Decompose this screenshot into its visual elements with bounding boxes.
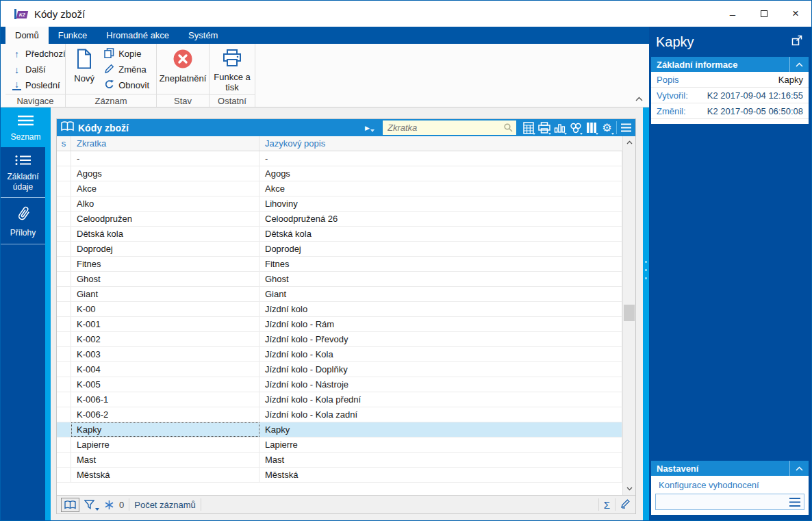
columns-button[interactable] bbox=[583, 120, 599, 136]
table-row[interactable]: K-005 Jízdní kolo - Nástroje bbox=[57, 377, 622, 392]
table-row[interactable]: Akce Akce bbox=[57, 181, 622, 196]
open-in-window-button[interactable] bbox=[791, 35, 802, 49]
maximize-icon bbox=[761, 10, 767, 17]
table-row[interactable]: Fitnes Fitnes bbox=[57, 257, 622, 272]
table-row[interactable]: K-006-1 Jízdní kolo - Kola přední bbox=[57, 392, 622, 407]
column-header-jazykovy-popis[interactable]: Jazykový popis bbox=[259, 136, 622, 151]
sidebar-item-label: Základní údaje bbox=[2, 172, 44, 192]
row-status-cell bbox=[57, 242, 71, 256]
copy-button[interactable]: Kopie bbox=[100, 46, 153, 62]
table-row[interactable]: Lapierre Lapierre bbox=[57, 437, 622, 453]
field-value[interactable]: K2 2017-09-04 12:16:55 bbox=[707, 90, 803, 101]
vertical-scrollbar[interactable] bbox=[622, 136, 635, 495]
ribbon-collapse-button[interactable] bbox=[635, 92, 643, 104]
table-row[interactable]: K-002 Jízdní kolo - Převody bbox=[57, 332, 622, 347]
minimize-button[interactable]: – bbox=[717, 1, 748, 27]
record-count-label[interactable]: Počet záznamů bbox=[134, 500, 196, 510]
table-row[interactable]: K-004 Jízdní kolo - Doplňky bbox=[57, 362, 622, 377]
row-status-cell bbox=[57, 196, 71, 211]
grid-menu-button[interactable] bbox=[618, 120, 634, 136]
config-menu-button[interactable] bbox=[789, 497, 801, 510]
special-filter-indicator[interactable] bbox=[104, 500, 114, 510]
row-zkratka-cell: Giant bbox=[71, 287, 259, 301]
collapse-section-button[interactable] bbox=[789, 461, 809, 476]
printer-icon bbox=[538, 122, 550, 134]
table-row[interactable]: K-001 Jízdní kolo - Rám bbox=[57, 317, 622, 332]
print-button[interactable] bbox=[536, 120, 552, 136]
filter-button[interactable] bbox=[84, 500, 99, 510]
settings-button[interactable]: ⚙ bbox=[599, 120, 615, 136]
table-row[interactable]: Giant Giant bbox=[57, 287, 622, 302]
sidebar-item-prilohy[interactable]: Přílohy bbox=[1, 198, 45, 244]
sidebar-item-seznam[interactable]: Seznam bbox=[1, 107, 51, 147]
row-popis-cell: Dětská kola bbox=[259, 227, 622, 241]
field-value[interactable]: Kapky bbox=[778, 75, 803, 85]
title-bar: K2 Kódy zboží – × bbox=[1, 1, 811, 27]
row-popis-cell: Městská bbox=[259, 468, 622, 482]
ribbon-tab-4[interactable]: Systém bbox=[179, 27, 227, 44]
book-view-toggle[interactable] bbox=[61, 498, 79, 512]
table-row[interactable]: Městská Městská bbox=[57, 468, 622, 483]
functions-print-button[interactable]: Funkce a tisk bbox=[208, 45, 256, 94]
menu-icon bbox=[17, 115, 34, 128]
config-input[interactable] bbox=[656, 494, 804, 509]
scrollbar-thumb[interactable] bbox=[624, 305, 635, 321]
row-popis-cell: - bbox=[259, 151, 622, 166]
table-row[interactable]: Kapky Kapky bbox=[57, 422, 622, 437]
table-row[interactable]: Mast Mast bbox=[57, 453, 622, 468]
table-row[interactable]: Celoodpružen Celoodpružená 26 bbox=[57, 212, 622, 227]
next-button[interactable]: ↓ Další bbox=[8, 62, 70, 77]
run-query-button[interactable]: ▶ bbox=[361, 123, 379, 133]
row-popis-cell: Doprodej bbox=[259, 242, 622, 256]
row-popis-cell: Mast bbox=[259, 453, 622, 467]
asterisk-icon bbox=[104, 500, 114, 510]
sum-button[interactable]: Σ bbox=[604, 499, 610, 511]
detail-field: Změnil: K2 2017-09-05 06:50:08 bbox=[651, 103, 809, 119]
panel-splitter[interactable] bbox=[643, 107, 649, 520]
chevron-up-icon bbox=[626, 140, 633, 144]
sidebar-item-zakladni-udaje[interactable]: Základní údaje bbox=[1, 147, 45, 198]
functions-print-label: Funkce a tisk bbox=[212, 73, 252, 93]
refresh-button[interactable]: Obnovit bbox=[100, 77, 153, 93]
content-area: Kódy zboží ▶ bbox=[51, 107, 643, 520]
close-button[interactable]: × bbox=[780, 1, 811, 27]
table-row[interactable]: K-006-2 Jízdní kolo - Kola zadní bbox=[57, 407, 622, 422]
column-header-s[interactable]: s bbox=[57, 136, 71, 151]
table-row[interactable]: K-00 Jízdní kolo bbox=[57, 302, 622, 317]
row-popis-cell: Lihoviny bbox=[259, 196, 622, 211]
copy-icon bbox=[104, 48, 114, 60]
scroll-up-button[interactable] bbox=[623, 137, 635, 148]
table-row[interactable]: Doprodej Doprodej bbox=[57, 242, 622, 257]
table-row[interactable]: Dětská kola Dětská kola bbox=[57, 227, 622, 242]
search-input[interactable] bbox=[383, 120, 516, 135]
ribbon-tab-3[interactable]: Hromadné akce bbox=[97, 27, 179, 44]
column-header-zkratka[interactable]: Zkratka bbox=[71, 136, 259, 151]
edit-button[interactable] bbox=[620, 498, 631, 511]
copy-label: Kopie bbox=[118, 49, 141, 59]
table-status-bar: 0 Počet záznamů Σ bbox=[57, 495, 635, 513]
invalidate-label: Zneplatnění bbox=[160, 74, 207, 84]
change-button[interactable]: Změna bbox=[100, 62, 153, 77]
invalidate-button[interactable]: Zneplatnění bbox=[155, 45, 211, 94]
chart-button[interactable] bbox=[552, 120, 568, 136]
categories-button[interactable] bbox=[568, 120, 583, 136]
table-row[interactable]: Ghost Ghost bbox=[57, 272, 622, 287]
caret-down-icon bbox=[370, 129, 375, 132]
red-x-circle-icon bbox=[173, 49, 193, 71]
categories-icon bbox=[570, 123, 582, 134]
previous-button[interactable]: ↑ Předchozí bbox=[8, 46, 70, 62]
new-button[interactable]: Nový bbox=[68, 45, 100, 94]
field-value[interactable]: K2 2017-09-05 06:50:08 bbox=[707, 106, 803, 116]
collapse-section-button[interactable] bbox=[789, 57, 809, 72]
last-button[interactable]: ↓ Poslední bbox=[8, 77, 70, 93]
calculator-button[interactable] bbox=[520, 120, 536, 136]
table-row[interactable]: Agogs Agogs bbox=[57, 166, 622, 181]
next-label: Další bbox=[25, 64, 46, 75]
ribbon-tab-1[interactable]: Domů bbox=[5, 27, 49, 44]
maximize-button[interactable] bbox=[748, 1, 780, 27]
ribbon-tab-2[interactable]: Funkce bbox=[49, 27, 97, 44]
table-row[interactable]: Alko Lihoviny bbox=[57, 196, 622, 212]
table-row[interactable]: - - bbox=[57, 151, 622, 166]
table-row[interactable]: K-003 Jízdní kolo - Kola bbox=[57, 347, 622, 362]
scroll-down-button[interactable] bbox=[623, 483, 635, 494]
